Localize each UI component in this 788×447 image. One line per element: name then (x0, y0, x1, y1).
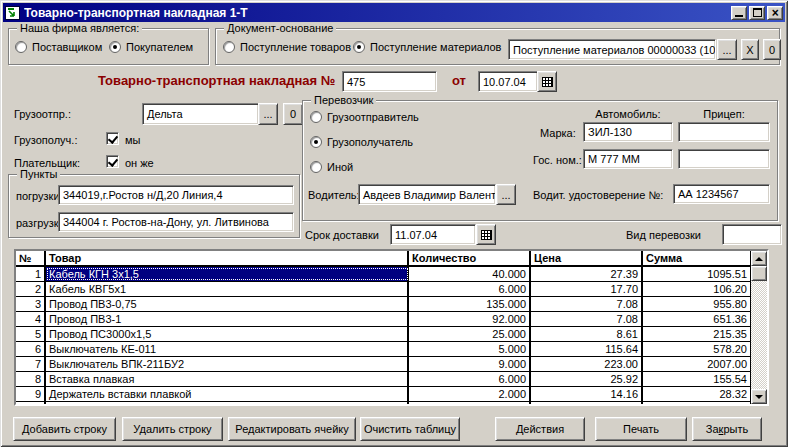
consignor-open-button[interactable]: 0 (283, 103, 303, 125)
vertical-scrollbar[interactable] (751, 251, 767, 404)
column-header-qty[interactable]: Количество (409, 251, 531, 265)
radio-carrier-consignee[interactable]: Грузополучатель (310, 136, 413, 148)
waybill-date-calendar-button[interactable] (537, 71, 557, 92)
table-cell-price[interactable]: 14.16 (531, 387, 643, 401)
table-cell-qty[interactable]: 92.000 (409, 312, 531, 326)
table-cell-item[interactable]: Выключатель КЕ-011 (46, 342, 409, 356)
table-cell-price[interactable]: 115.64 (531, 342, 643, 356)
column-header-item[interactable]: Товар (46, 251, 409, 265)
delivery-kind-input[interactable] (722, 224, 782, 245)
table-cell-qty[interactable]: 135.000 (409, 297, 531, 311)
column-header-sum[interactable]: Сумма (643, 251, 750, 265)
table-cell-item[interactable]: Провод ПС3000х1,5 (46, 327, 409, 341)
scroll-thumb[interactable] (751, 266, 767, 281)
radio-buyer[interactable]: Покупателем (109, 41, 193, 53)
table-row[interactable]: 5Провод ПС3000х1,525.0008.61215.35 (16, 327, 750, 342)
vehicle-plate-input[interactable]: М 777 ММ (583, 149, 673, 169)
table-cell-qty[interactable]: 9.000 (409, 357, 531, 371)
table-cell-item[interactable]: Выключатель ВПК-211БУ2 (46, 357, 409, 371)
print-button[interactable]: Печать (595, 417, 687, 441)
table-row[interactable]: 3Провод ПВ3-0,75135.0007.08955.80 (16, 297, 750, 312)
table-cell-num[interactable]: 9 (16, 387, 46, 401)
table-cell-price[interactable]: 27.39 (531, 267, 643, 281)
table-cell-price[interactable]: 223.00 (531, 357, 643, 371)
unloading-point-input[interactable]: 344004 г. Ростов-на-Дону, ул. Литвинова (58, 212, 294, 232)
table-cell-item[interactable]: Провод ПВ3-0,75 (46, 297, 409, 311)
table-cell-item[interactable]: Провод ПВ3-1 (46, 312, 409, 326)
doc-base-browse-button[interactable]: ... (717, 39, 737, 60)
actions-button[interactable]: Действия (495, 417, 585, 441)
table-cell-sum[interactable]: 215.35 (643, 327, 750, 341)
add-row-button[interactable]: Добавить строку (13, 417, 116, 441)
table-cell-qty[interactable]: 6.000 (409, 372, 531, 386)
table-cell-sum[interactable]: 955.80 (643, 297, 750, 311)
table-cell-item[interactable]: Вставка плавкая (46, 372, 409, 386)
table-cell-price[interactable]: 17.70 (531, 282, 643, 296)
radio-materials-receipt[interactable]: Поступление материалов (353, 41, 501, 53)
scroll-down-button[interactable] (751, 389, 767, 404)
close-button[interactable]: × (767, 6, 783, 20)
vehicle-brand-input[interactable]: ЗИЛ-130 (583, 122, 673, 142)
table-row[interactable]: 2Кабель КВГ5х16.00017.70106.20 (16, 282, 750, 297)
table-cell-num[interactable]: 3 (16, 297, 46, 311)
table-cell-num[interactable]: 6 (16, 342, 46, 356)
table-cell-qty[interactable]: 40.000 (409, 267, 531, 281)
waybill-date-input[interactable]: 10.07.04 (478, 71, 538, 92)
delivery-term-input[interactable]: 11.07.04 (390, 224, 476, 245)
table-cell-item[interactable]: Держатель вставки плавкой (46, 387, 409, 401)
doc-base-clear-button[interactable]: X (741, 39, 759, 60)
radio-carrier-shipper[interactable]: Грузоотправитель (310, 111, 419, 123)
waybill-number-input[interactable]: 475 (342, 71, 437, 92)
table-cell-num[interactable]: 7 (16, 357, 46, 371)
maximize-button[interactable] (749, 6, 765, 20)
table-cell-qty[interactable]: 25.000 (409, 327, 531, 341)
table-cell-item[interactable]: Кабель КГН 3х1,5 (46, 267, 409, 281)
minimize-button[interactable] (731, 6, 747, 20)
table-cell-sum[interactable]: 651.36 (643, 312, 750, 326)
radio-carrier-other[interactable]: Иной (310, 161, 353, 173)
table-row[interactable]: 7Выключатель ВПК-211БУ29.000223.002007.0… (16, 357, 750, 372)
consignor-browse-button[interactable]: ... (258, 103, 278, 125)
table-cell-sum[interactable]: 2007.00 (643, 357, 750, 371)
table-cell-item[interactable]: Кабель КВГ5х1 (46, 282, 409, 296)
consignor-input[interactable]: Дельта (142, 103, 259, 125)
column-header-num[interactable]: № (16, 251, 46, 265)
table-row[interactable]: 8Вставка плавкая6.00025.92155.54 (16, 372, 750, 387)
delivery-term-calendar-button[interactable] (476, 224, 496, 245)
payer-checkbox[interactable] (106, 155, 119, 168)
radio-goods-receipt[interactable]: Поступление товаров (223, 41, 351, 53)
consignee-checkbox[interactable] (106, 132, 119, 145)
driver-input[interactable]: Авдеев Владимир Валент (358, 184, 496, 205)
table-cell-qty[interactable]: 2.000 (409, 387, 531, 401)
close-form-button[interactable]: Закрыть (692, 417, 762, 441)
driver-license-input[interactable]: АА 1234567 (673, 184, 770, 204)
driver-browse-button[interactable]: ... (496, 184, 516, 205)
table-cell-num[interactable]: 1 (16, 267, 46, 281)
table-row[interactable]: 6Выключатель КЕ-0115.000115.64578.20 (16, 342, 750, 357)
table-cell-num[interactable]: 8 (16, 372, 46, 386)
scroll-up-button[interactable] (751, 251, 767, 266)
delete-row-button[interactable]: Удалить строку (122, 417, 223, 441)
table-row[interactable]: 9Держатель вставки плавкой2.00014.1628.3… (16, 387, 750, 402)
table-cell-sum[interactable]: 578.20 (643, 342, 750, 356)
column-header-price[interactable]: Цена (531, 251, 643, 265)
table-cell-sum[interactable]: 155.54 (643, 372, 750, 386)
trailer-plate-input[interactable] (678, 149, 770, 169)
table-cell-sum[interactable]: 106.20 (643, 282, 750, 296)
table-cell-qty[interactable]: 5.000 (409, 342, 531, 356)
table-cell-num[interactable]: 5 (16, 327, 46, 341)
trailer-brand-input[interactable] (678, 122, 770, 142)
table-cell-qty[interactable]: 6.000 (409, 282, 531, 296)
table-cell-sum[interactable]: 1095.51 (643, 267, 750, 281)
loading-point-input[interactable]: 344019,г.Ростов н/Д,20 Линия,4 (58, 185, 294, 205)
doc-base-input[interactable]: Поступление материалов 00000033 (10 (508, 39, 716, 60)
table-cell-price[interactable]: 7.08 (531, 297, 643, 311)
table-cell-num[interactable]: 2 (16, 282, 46, 296)
table-cell-price[interactable]: 25.92 (531, 372, 643, 386)
edit-cell-button[interactable]: Редактировать ячейку (228, 417, 356, 441)
table-cell-num[interactable]: 4 (16, 312, 46, 326)
clear-table-button[interactable]: Очистить таблицу (360, 417, 460, 441)
table-row[interactable]: 1Кабель КГН 3х1,540.00027.391095.51 (16, 267, 750, 282)
doc-base-open-button[interactable]: 0 (763, 39, 781, 60)
table-cell-sum[interactable]: 28.32 (643, 387, 750, 401)
